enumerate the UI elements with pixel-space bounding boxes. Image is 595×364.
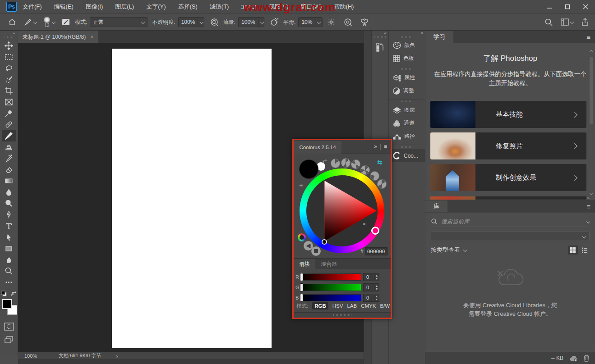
square-mode-icon[interactable] [311, 246, 321, 256]
menu-help[interactable]: 帮助(H) [334, 3, 354, 11]
menu-select[interactable]: 选择(S) [178, 3, 197, 11]
library-search-input[interactable] [441, 218, 583, 225]
paint-symmetry-icon[interactable] [359, 18, 370, 27]
panel-button-adjustments[interactable]: 调整 [389, 84, 425, 97]
grid-view-button[interactable] [568, 246, 578, 255]
share-icon[interactable] [581, 18, 589, 26]
tutorial-card-creative-effects[interactable]: 制作创意效果 [430, 164, 586, 191]
menu-image[interactable]: 图像(I) [86, 3, 103, 11]
view-by-type-label[interactable]: 按类型查看 [431, 246, 460, 254]
home-icon[interactable] [8, 18, 16, 26]
libraries-tab[interactable]: 库 [425, 200, 447, 212]
panel-button-swatches[interactable]: 色板 [389, 52, 425, 65]
maximize-button[interactable] [562, 2, 573, 11]
menu-type[interactable]: 文字(Y) [146, 3, 166, 11]
stepper[interactable]: ▲▼ [374, 295, 379, 301]
panel-menu-icon[interactable]: ≡ [384, 143, 387, 150]
red-value-box[interactable]: 0 ▲▼ [363, 273, 379, 281]
mode-lab[interactable]: LAB [347, 303, 357, 309]
crop-tool[interactable] [2, 85, 16, 96]
rectangle-tool[interactable] [2, 243, 16, 254]
green-slider-track[interactable] [301, 284, 361, 291]
brush-size-picker[interactable]: 13 [44, 17, 55, 28]
panel-menu-icon[interactable]: ≡ [586, 203, 590, 210]
swap-colors-icon[interactable] [11, 291, 17, 296]
edit-toolbar-ellipsis[interactable] [2, 277, 16, 288]
panel-button-channels[interactable]: 通道 [389, 117, 425, 130]
mode-cmyk[interactable]: CMYK [361, 303, 376, 309]
hue-ring-marker[interactable] [371, 227, 379, 235]
smoothing-gear-icon[interactable] [327, 18, 335, 26]
blue-value-box[interactable]: 0 ▲▼ [363, 294, 379, 302]
chevron-down-icon[interactable] [463, 248, 467, 252]
brush-tool-preset[interactable] [24, 18, 37, 26]
harmony-knob-6[interactable] [377, 179, 387, 189]
stepper[interactable]: ▲▼ [374, 284, 379, 291]
blend-mode-select[interactable]: 正常 [90, 17, 148, 27]
refresh-icon[interactable]: ⇆ [377, 159, 383, 166]
zoom-tool[interactable] [2, 265, 16, 277]
workspace-switcher[interactable] [561, 18, 573, 26]
collapse-icon[interactable]: « [384, 31, 387, 36]
mode-rgb[interactable]: RGB [312, 302, 328, 309]
list-view-button[interactable] [580, 246, 590, 255]
document-tab[interactable]: 未标题-1 @ 100%(RGB/8) × [18, 31, 98, 43]
document-tab-close-icon[interactable]: × [90, 34, 93, 40]
pen-pressure-icon[interactable] [343, 18, 353, 27]
quick-selection-tool[interactable] [2, 74, 16, 85]
brightness-icon[interactable]: ☀ [299, 182, 304, 189]
opacity-pressure-icon[interactable] [210, 18, 219, 27]
zoom-level-field[interactable]: 100% [24, 353, 37, 359]
hand-tool[interactable] [2, 254, 16, 265]
tutorial-card-partial[interactable] [430, 196, 586, 200]
stepper[interactable]: ▲▼ [374, 274, 379, 280]
scrollbar-thumb[interactable] [590, 57, 593, 124]
smoothing-select[interactable]: 10% [298, 17, 323, 27]
rectangular-marquee-tool[interactable] [2, 51, 16, 63]
mixer-tab[interactable]: 混合器 [315, 259, 342, 269]
mode-hsv[interactable]: HSV [332, 303, 343, 309]
clone-stamp-tool[interactable] [2, 141, 16, 153]
saturation-value-marker[interactable] [322, 239, 327, 245]
document-canvas[interactable] [112, 49, 272, 348]
library-select[interactable] [431, 232, 590, 241]
scroll-down-icon[interactable] [590, 191, 593, 195]
panel-button-layers[interactable]: 图层 [389, 104, 425, 117]
chevron-down-icon[interactable] [586, 219, 590, 223]
tutorial-card-retouch-photos[interactable]: 修复照片 [430, 132, 586, 159]
slider-handle[interactable] [300, 283, 303, 291]
harmony-knob-2[interactable] [341, 158, 351, 168]
blue-slider-track[interactable] [301, 294, 361, 301]
close-button[interactable] [580, 2, 591, 11]
hex-color-field[interactable]: 000000 [365, 247, 387, 255]
green-value-box[interactable]: 0 ▲▼ [363, 283, 379, 291]
quick-mask-toggle[interactable] [2, 321, 16, 332]
tutorial-card-basic-skills[interactable]: 基本技能 [430, 101, 586, 128]
minimize-button[interactable] [544, 2, 555, 11]
learn-scrollbar[interactable] [589, 50, 594, 197]
harmony-knob-5[interactable] [370, 171, 379, 181]
search-icon[interactable] [544, 18, 553, 26]
healing-brush-tool[interactable] [2, 119, 16, 130]
red-slider-track[interactable] [301, 273, 361, 281]
menu-edit[interactable]: 编辑(E) [54, 3, 74, 11]
harmony-knob-4[interactable] [360, 165, 370, 175]
panel-menu-icon[interactable]: ≡ [586, 33, 590, 41]
coolorus-tab[interactable]: Coolorus 2.5.14 [294, 141, 341, 154]
collapse-icon[interactable]: « [420, 31, 423, 36]
gradient-tool[interactable] [2, 175, 16, 187]
panel-button-color[interactable]: 颜色 [389, 39, 425, 52]
menu-layer[interactable]: 图层(L) [115, 3, 134, 11]
harmony-knob-3[interactable] [351, 159, 360, 169]
brush-settings-panel-toggle[interactable] [61, 18, 70, 26]
collapse-panel-icon[interactable]: » [374, 143, 377, 150]
opacity-select[interactable]: 100% [178, 17, 204, 27]
foreground-color-circle[interactable] [299, 159, 318, 179]
lasso-tool[interactable] [2, 63, 16, 74]
frame-tool[interactable] [2, 96, 16, 108]
learn-tab[interactable]: 学习 [425, 31, 453, 43]
blur-tool[interactable] [2, 187, 16, 198]
toolbar-expand-icon[interactable]: » [13, 32, 15, 35]
panel-button-properties[interactable]: 属性 [389, 71, 425, 84]
menu-filter[interactable]: 滤镜(T) [210, 3, 229, 11]
